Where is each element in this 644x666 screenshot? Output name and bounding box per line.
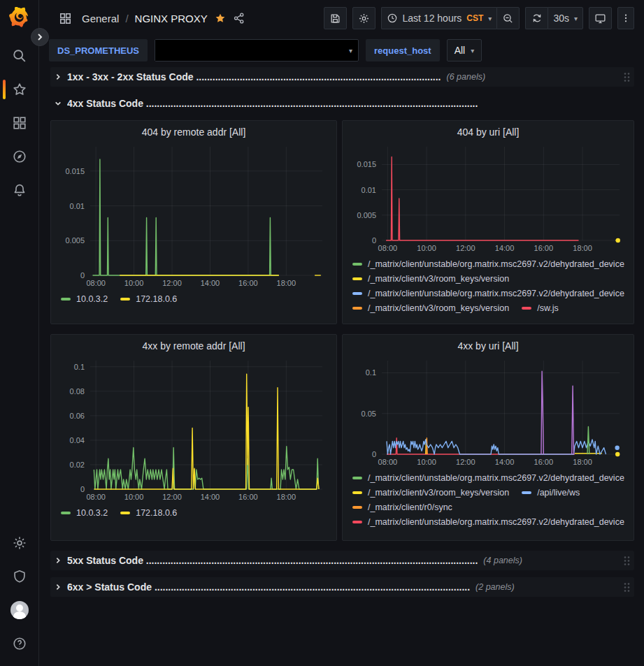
- chevron-down-icon: ▾: [488, 15, 492, 22]
- chevron-right-icon: [55, 584, 62, 591]
- request-host-variable-value: All: [455, 45, 466, 56]
- svg-text:16:00: 16:00: [534, 244, 554, 252]
- svg-text:12:00: 12:00: [456, 458, 475, 466]
- row-panel-count: (6 panels): [446, 72, 485, 82]
- timeseries-chart[interactable]: 08:0010:0012:0014:0016:0018:0000.020.040…: [58, 355, 329, 503]
- timezone-label: CST: [466, 13, 483, 23]
- cycle-view-mode-button[interactable]: [589, 7, 612, 29]
- legend-label: /_matrix/client/unstable/org.matrix.msc2…: [368, 259, 624, 269]
- legend-item[interactable]: /_matrix/client/unstable/org.matrix.msc2…: [352, 289, 624, 298]
- page-title[interactable]: NGINX PROXY: [135, 13, 208, 24]
- panel-404-by-remote-addr: 404 by remote addr [All] 08:0010:0012:00…: [50, 120, 337, 324]
- refresh-interval-label: 30s: [553, 13, 569, 24]
- row-panel-count: (4 panels): [483, 556, 522, 565]
- svg-text:0.015: 0.015: [357, 160, 376, 168]
- sidebar-item-configuration[interactable]: [0, 528, 39, 558]
- row-6xx[interactable]: 6xx > Status Code ......................…: [50, 577, 634, 597]
- panel-title[interactable]: 4xx by uri [All]: [350, 338, 627, 355]
- zoom-out-icon: [502, 13, 514, 24]
- legend-item[interactable]: /_matrix/client/v3/room_keys/version: [352, 303, 509, 313]
- panel-title[interactable]: 404 by uri [All]: [350, 124, 627, 141]
- monitor-icon: [594, 13, 606, 24]
- panel-title[interactable]: 4xx by remote addr [All]: [58, 338, 329, 355]
- row-drag-handle[interactable]: [623, 582, 630, 593]
- legend-label: 172.18.0.6: [136, 508, 177, 518]
- legend-item[interactable]: 10.0.3.2: [61, 508, 108, 518]
- svg-text:0: 0: [372, 236, 376, 245]
- panel-legend: /_matrix/client/unstable/org.matrix.msc2…: [350, 254, 627, 313]
- legend-swatch: [352, 307, 362, 310]
- sidebar-item-server-admin[interactable]: [0, 561, 39, 592]
- legend-item[interactable]: /_matrix/client/unstable/org.matrix.msc2…: [352, 473, 624, 483]
- legend-item[interactable]: 10.0.3.2: [61, 294, 108, 304]
- panel-legend: 10.0.3.2172.18.0.6: [58, 503, 329, 518]
- grafana-logo[interactable]: [9, 7, 30, 28]
- legend-item[interactable]: /_matrix/client/r0/sync: [352, 502, 452, 512]
- sidebar-item-starred[interactable]: [0, 74, 39, 105]
- datasource-variable-select[interactable]: ▾: [155, 39, 359, 61]
- more-options-button[interactable]: [617, 7, 634, 29]
- svg-text:0: 0: [80, 271, 85, 280]
- user-avatar: [10, 601, 29, 619]
- row-drag-handle[interactable]: [623, 72, 630, 82]
- refresh-interval-picker[interactable]: 30s ▾: [548, 7, 583, 29]
- sidebar-item-alerting[interactable]: [0, 175, 39, 205]
- share-icon[interactable]: [233, 12, 245, 24]
- svg-text:16:00: 16:00: [238, 279, 258, 287]
- svg-text:0.02: 0.02: [70, 461, 85, 469]
- legend-item[interactable]: 172.18.0.6: [120, 508, 177, 518]
- breadcrumb-section[interactable]: General: [82, 13, 119, 24]
- svg-text:0.06: 0.06: [70, 412, 85, 420]
- row-drag-handle[interactable]: [623, 556, 630, 566]
- row-title: 4xx Status Code ........................…: [67, 98, 478, 109]
- dashboard-settings-button[interactable]: [352, 7, 375, 29]
- row-1xx-3xx-2xx[interactable]: 1xx - 3xx - 2xx Status Code ............…: [50, 67, 634, 87]
- chevron-down-icon: ▾: [471, 47, 474, 55]
- legend-item[interactable]: /_matrix/client/v3/room_keys/version: [352, 274, 509, 284]
- legend-label: /sw.js: [537, 303, 559, 313]
- legend-item[interactable]: /_matrix/client/unstable/org.matrix.msc2…: [352, 517, 624, 527]
- legend-label: /api/live/ws: [537, 488, 580, 498]
- timeseries-chart[interactable]: 08:0010:0012:0014:0016:0018:0000.0050.01…: [350, 141, 627, 254]
- refresh-button[interactable]: [525, 7, 548, 29]
- zoom-out-time-button[interactable]: [496, 7, 520, 29]
- sidebar-expand-button[interactable]: [31, 28, 49, 46]
- legend-swatch: [61, 298, 71, 301]
- legend-item[interactable]: 172.18.0.6: [120, 294, 177, 304]
- legend-item[interactable]: /_matrix/client/v3/room_keys/version: [352, 488, 509, 498]
- sidebar-item-search[interactable]: [0, 41, 39, 71]
- timeseries-chart[interactable]: 08:0010:0012:0014:0016:0018:0000.050.1: [350, 355, 627, 468]
- legend-swatch: [352, 491, 362, 494]
- request-host-variable-label[interactable]: request_host: [366, 39, 440, 61]
- timeseries-chart[interactable]: 08:0010:0012:0014:0016:0018:0000.0050.01…: [58, 141, 329, 289]
- datasource-variable-value-redacted: [155, 40, 343, 61]
- refresh-icon: [531, 13, 543, 24]
- legend-label: 10.0.3.2: [76, 508, 108, 518]
- legend-swatch: [352, 277, 362, 280]
- legend-item[interactable]: /_matrix/client/unstable/org.matrix.msc2…: [352, 259, 624, 269]
- legend-swatch: [352, 263, 362, 266]
- template-variables-bar: DS_PROMETHEUS ▾ request_host All ▾: [39, 36, 644, 64]
- row-title: 1xx - 3xx - 2xx Status Code ............…: [67, 71, 441, 82]
- legend-item[interactable]: /sw.js: [522, 303, 559, 313]
- row-4xx[interactable]: 4xx Status Code ........................…: [50, 94, 634, 113]
- star-filled-icon[interactable]: [214, 12, 227, 24]
- svg-text:0.1: 0.1: [366, 368, 376, 377]
- panel-title[interactable]: 404 by remote addr [All]: [58, 124, 329, 141]
- time-range-picker[interactable]: Last 12 hours CST ▾: [381, 7, 497, 29]
- legend-label: /_matrix/client/unstable/org.matrix.msc2…: [368, 473, 624, 483]
- sidebar-item-profile[interactable]: [0, 595, 39, 625]
- sidebar-item-explore[interactable]: [0, 141, 39, 172]
- chevron-down-icon: ▾: [343, 47, 358, 55]
- legend-swatch: [120, 298, 130, 301]
- svg-text:18:00: 18:00: [573, 244, 592, 252]
- datasource-variable-label[interactable]: DS_PROMETHEUS: [49, 39, 148, 61]
- svg-text:0.04: 0.04: [70, 436, 85, 444]
- svg-text:08:00: 08:00: [86, 279, 106, 287]
- row-5xx[interactable]: 5xx Status Code ........................…: [50, 551, 634, 570]
- request-host-variable-select[interactable]: All ▾: [447, 39, 482, 61]
- legend-item[interactable]: /api/live/ws: [522, 488, 580, 498]
- sidebar-item-dashboards[interactable]: [0, 108, 39, 138]
- sidebar-item-help[interactable]: [0, 628, 39, 659]
- save-dashboard-button[interactable]: [324, 7, 347, 29]
